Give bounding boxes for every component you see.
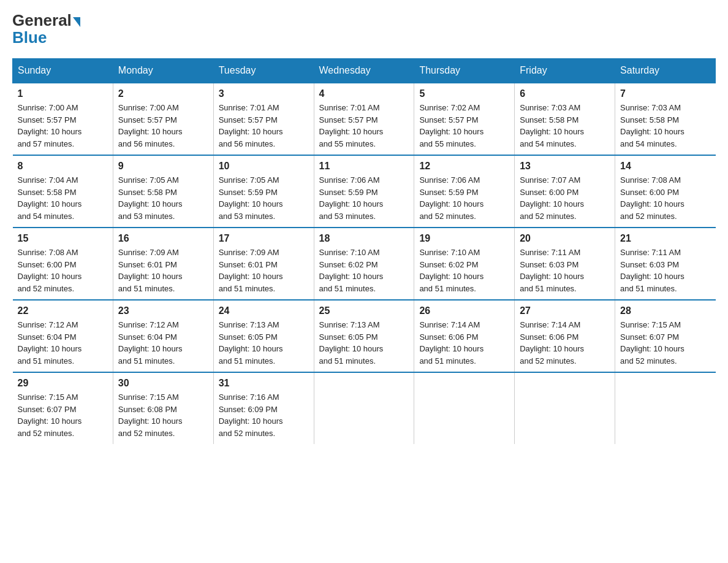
day-info: Sunrise: 7:15 AMSunset: 6:07 PMDaylight:… xyxy=(620,320,684,366)
day-info: Sunrise: 7:00 AMSunset: 5:57 PMDaylight:… xyxy=(18,103,82,148)
day-info: Sunrise: 7:14 AMSunset: 6:06 PMDaylight:… xyxy=(520,320,584,366)
day-info: Sunrise: 7:16 AMSunset: 6:09 PMDaylight:… xyxy=(219,393,283,438)
calendar-cell: 16Sunrise: 7:09 AMSunset: 6:01 PMDayligh… xyxy=(113,228,213,300)
day-number: 12 xyxy=(419,161,509,172)
header-friday: Friday xyxy=(515,59,615,83)
calendar-cell: 6Sunrise: 7:03 AMSunset: 5:58 PMDaylight… xyxy=(515,83,615,155)
logo-general-text: General xyxy=(12,12,72,28)
calendar-cell: 17Sunrise: 7:09 AMSunset: 6:01 PMDayligh… xyxy=(213,228,314,300)
day-number: 11 xyxy=(319,161,409,172)
calendar-header-row: SundayMondayTuesdayWednesdayThursdayFrid… xyxy=(13,59,716,83)
calendar-week-row: 15Sunrise: 7:08 AMSunset: 6:00 PMDayligh… xyxy=(13,228,716,300)
calendar-cell: 30Sunrise: 7:15 AMSunset: 6:08 PMDayligh… xyxy=(113,372,213,444)
logo-blue-text: Blue xyxy=(12,28,47,47)
day-info: Sunrise: 7:05 AMSunset: 5:58 PMDaylight:… xyxy=(118,175,183,221)
header-thursday: Thursday xyxy=(414,59,515,83)
day-number: 28 xyxy=(620,305,710,316)
header-monday: Monday xyxy=(113,59,213,83)
day-info: Sunrise: 7:04 AMSunset: 5:58 PMDaylight:… xyxy=(18,175,82,221)
calendar-table: SundayMondayTuesdayWednesdayThursdayFrid… xyxy=(12,58,716,444)
day-info: Sunrise: 7:05 AMSunset: 5:59 PMDaylight:… xyxy=(219,175,283,221)
calendar-cell: 23Sunrise: 7:12 AMSunset: 6:04 PMDayligh… xyxy=(113,300,213,372)
day-info: Sunrise: 7:09 AMSunset: 6:01 PMDaylight:… xyxy=(118,248,183,293)
calendar-cell: 11Sunrise: 7:06 AMSunset: 5:59 PMDayligh… xyxy=(314,155,414,228)
day-number: 6 xyxy=(520,88,610,99)
calendar-cell: 22Sunrise: 7:12 AMSunset: 6:04 PMDayligh… xyxy=(13,300,113,372)
day-info: Sunrise: 7:03 AMSunset: 5:58 PMDaylight:… xyxy=(620,103,684,148)
day-number: 27 xyxy=(520,305,610,316)
calendar-cell: 25Sunrise: 7:13 AMSunset: 6:05 PMDayligh… xyxy=(314,300,414,372)
day-info: Sunrise: 7:06 AMSunset: 5:59 PMDaylight:… xyxy=(419,175,483,221)
calendar-cell xyxy=(414,372,515,444)
day-number: 20 xyxy=(520,233,610,244)
calendar-cell: 13Sunrise: 7:07 AMSunset: 6:00 PMDayligh… xyxy=(515,155,615,228)
day-number: 4 xyxy=(319,88,409,99)
day-info: Sunrise: 7:13 AMSunset: 6:05 PMDaylight:… xyxy=(319,320,384,366)
day-info: Sunrise: 7:01 AMSunset: 5:57 PMDaylight:… xyxy=(319,103,384,148)
calendar-cell: 14Sunrise: 7:08 AMSunset: 6:00 PMDayligh… xyxy=(615,155,716,228)
calendar-cell: 29Sunrise: 7:15 AMSunset: 6:07 PMDayligh… xyxy=(13,372,113,444)
header-wednesday: Wednesday xyxy=(314,59,414,83)
day-number: 26 xyxy=(419,305,509,316)
day-info: Sunrise: 7:00 AMSunset: 5:57 PMDaylight:… xyxy=(118,103,183,148)
day-number: 17 xyxy=(219,233,309,244)
day-number: 3 xyxy=(219,88,309,99)
logo: General Blue xyxy=(12,12,80,47)
calendar-cell: 24Sunrise: 7:13 AMSunset: 6:05 PMDayligh… xyxy=(213,300,314,372)
day-info: Sunrise: 7:08 AMSunset: 6:00 PMDaylight:… xyxy=(18,248,82,293)
day-number: 8 xyxy=(18,161,108,172)
day-info: Sunrise: 7:13 AMSunset: 6:05 PMDaylight:… xyxy=(219,320,283,366)
day-info: Sunrise: 7:10 AMSunset: 6:02 PMDaylight:… xyxy=(419,248,483,293)
calendar-cell: 1Sunrise: 7:00 AMSunset: 5:57 PMDaylight… xyxy=(13,83,113,155)
day-number: 31 xyxy=(219,378,309,389)
calendar-cell: 15Sunrise: 7:08 AMSunset: 6:00 PMDayligh… xyxy=(13,228,113,300)
day-number: 9 xyxy=(118,161,208,172)
day-number: 1 xyxy=(18,88,108,99)
logo-arrow-icon xyxy=(73,17,80,27)
calendar-cell: 26Sunrise: 7:14 AMSunset: 6:06 PMDayligh… xyxy=(414,300,515,372)
calendar-cell: 7Sunrise: 7:03 AMSunset: 5:58 PMDaylight… xyxy=(615,83,716,155)
day-number: 18 xyxy=(319,233,409,244)
day-info: Sunrise: 7:10 AMSunset: 6:02 PMDaylight:… xyxy=(319,248,384,293)
day-number: 16 xyxy=(118,233,208,244)
calendar-cell: 27Sunrise: 7:14 AMSunset: 6:06 PMDayligh… xyxy=(515,300,615,372)
day-info: Sunrise: 7:01 AMSunset: 5:57 PMDaylight:… xyxy=(219,103,283,148)
calendar-cell: 9Sunrise: 7:05 AMSunset: 5:58 PMDaylight… xyxy=(113,155,213,228)
day-number: 13 xyxy=(520,161,610,172)
calendar-cell: 4Sunrise: 7:01 AMSunset: 5:57 PMDaylight… xyxy=(314,83,414,155)
calendar-cell: 10Sunrise: 7:05 AMSunset: 5:59 PMDayligh… xyxy=(213,155,314,228)
day-info: Sunrise: 7:09 AMSunset: 6:01 PMDaylight:… xyxy=(219,248,283,293)
day-info: Sunrise: 7:03 AMSunset: 5:58 PMDaylight:… xyxy=(520,103,584,148)
calendar-cell: 31Sunrise: 7:16 AMSunset: 6:09 PMDayligh… xyxy=(213,372,314,444)
calendar-week-row: 22Sunrise: 7:12 AMSunset: 6:04 PMDayligh… xyxy=(13,300,716,372)
calendar-cell xyxy=(615,372,716,444)
header-sunday: Sunday xyxy=(13,59,113,83)
day-info: Sunrise: 7:06 AMSunset: 5:59 PMDaylight:… xyxy=(319,175,384,221)
day-number: 29 xyxy=(18,378,108,389)
day-number: 30 xyxy=(118,378,208,389)
calendar-cell: 3Sunrise: 7:01 AMSunset: 5:57 PMDaylight… xyxy=(213,83,314,155)
calendar-cell: 2Sunrise: 7:00 AMSunset: 5:57 PMDaylight… xyxy=(113,83,213,155)
day-info: Sunrise: 7:11 AMSunset: 6:03 PMDaylight:… xyxy=(520,248,584,293)
day-info: Sunrise: 7:02 AMSunset: 5:57 PMDaylight:… xyxy=(419,103,483,148)
day-number: 7 xyxy=(620,88,710,99)
header-saturday: Saturday xyxy=(615,59,716,83)
day-info: Sunrise: 7:15 AMSunset: 6:07 PMDaylight:… xyxy=(18,393,82,438)
calendar-cell: 19Sunrise: 7:10 AMSunset: 6:02 PMDayligh… xyxy=(414,228,515,300)
day-number: 24 xyxy=(219,305,309,316)
calendar-cell: 8Sunrise: 7:04 AMSunset: 5:58 PMDaylight… xyxy=(13,155,113,228)
day-number: 10 xyxy=(219,161,309,172)
day-number: 22 xyxy=(18,305,108,316)
day-info: Sunrise: 7:15 AMSunset: 6:08 PMDaylight:… xyxy=(118,393,183,438)
day-number: 15 xyxy=(18,233,108,244)
calendar-cell xyxy=(515,372,615,444)
day-info: Sunrise: 7:12 AMSunset: 6:04 PMDaylight:… xyxy=(18,320,82,366)
calendar-cell: 28Sunrise: 7:15 AMSunset: 6:07 PMDayligh… xyxy=(615,300,716,372)
day-number: 21 xyxy=(620,233,710,244)
calendar-cell: 20Sunrise: 7:11 AMSunset: 6:03 PMDayligh… xyxy=(515,228,615,300)
calendar-cell: 18Sunrise: 7:10 AMSunset: 6:02 PMDayligh… xyxy=(314,228,414,300)
calendar-cell: 5Sunrise: 7:02 AMSunset: 5:57 PMDaylight… xyxy=(414,83,515,155)
calendar-cell: 21Sunrise: 7:11 AMSunset: 6:03 PMDayligh… xyxy=(615,228,716,300)
day-info: Sunrise: 7:07 AMSunset: 6:00 PMDaylight:… xyxy=(520,175,584,221)
day-number: 14 xyxy=(620,161,710,172)
